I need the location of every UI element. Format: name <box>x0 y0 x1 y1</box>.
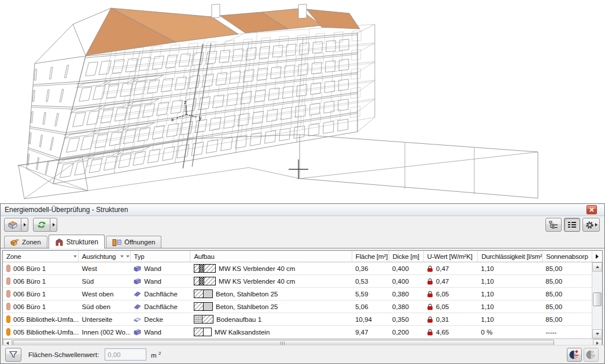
close-button[interactable] <box>586 205 597 214</box>
zone-color-chip <box>6 265 10 272</box>
lock-icon <box>427 303 433 310</box>
update-model-dropdown[interactable] <box>50 218 57 232</box>
table-row[interactable]: 006 Büro 1 Süd oben Dachfläche Beton, St… <box>3 300 592 313</box>
lock-icon <box>427 278 433 285</box>
palette-title: Energiemodell-Überprüfung - Strukturen <box>5 206 128 214</box>
palette-footer: Flächen-Schwellenwert: m 2 <box>1 345 604 363</box>
vertical-scroll-track[interactable] <box>592 272 602 329</box>
table-row[interactable]: 006 Büro 1 West oben Dachfläche Beton, S… <box>3 288 592 300</box>
tab-label: Strukturen <box>67 238 98 246</box>
composite-swatch-boden <box>194 315 213 324</box>
composite-swatch-beton <box>194 302 213 311</box>
column-header-aufbau[interactable]: Aufbau <box>190 251 352 262</box>
structures-table: Zone Ausrichtung Typ Aufbau Fläche [m²] … <box>2 250 603 346</box>
zone-color-chip <box>6 290 10 298</box>
table-row[interactable]: 005 Bibliothek-Umfa... Unterseite Decke … <box>3 313 592 326</box>
more-columns-icon <box>596 254 599 259</box>
zone-color-chip <box>6 303 10 310</box>
threshold-unit: m 2 <box>151 351 161 359</box>
threshold-input[interactable] <box>105 348 146 361</box>
sort-desc-icon <box>73 255 77 258</box>
column-header-typ[interactable]: Typ <box>131 251 191 262</box>
footer-action-buttons <box>567 348 599 362</box>
palette-tabbar: Zonen Strukturen Öffnungen <box>1 233 604 248</box>
tab-label: Öffnungen <box>124 239 156 246</box>
palette-toolbar <box>1 216 604 233</box>
list-view-button[interactable] <box>564 218 580 232</box>
axis-label-y: y <box>199 115 202 121</box>
more-columns-button[interactable] <box>592 251 602 262</box>
openings-icon <box>112 239 121 246</box>
roof-icon <box>134 291 141 298</box>
update-model-button[interactable] <box>33 218 50 232</box>
dropdown-arrow-icon <box>53 223 55 226</box>
close-icon <box>589 207 594 212</box>
wall-icon <box>134 278 141 285</box>
column-header-zone[interactable]: Zone <box>3 251 79 262</box>
composite-swatch-beton <box>194 289 213 298</box>
table-row[interactable]: 006 Büro 1 West Wand MW KS Verblender 40… <box>3 262 592 275</box>
list-view-icon <box>567 221 577 229</box>
tab-oeffnungen[interactable]: Öffnungen <box>106 236 162 248</box>
3d-model-viewport[interactable]: z x y <box>0 0 605 203</box>
table-row[interactable]: 006 Büro 1 Süd Wand MW KS Verblender 40 … <box>3 275 592 288</box>
crosshair-cursor <box>289 159 308 179</box>
energy-model-review-palette: Energiemodell-Überprüfung - Strukturen <box>0 203 605 364</box>
slab-icon <box>134 316 141 323</box>
tree-view-icon <box>549 221 558 229</box>
scroll-up-button[interactable] <box>592 262 602 272</box>
lock-icon <box>427 329 433 336</box>
show-energy-model-button[interactable] <box>4 218 21 232</box>
filter-funnel-icon <box>9 351 17 358</box>
roof-icon <box>134 303 141 310</box>
tree-view-button[interactable] <box>545 218 562 232</box>
axis-label-x: x <box>171 117 174 122</box>
energy-report-disabled-icon <box>586 350 596 360</box>
lock-icon <box>427 265 433 272</box>
dropdown-arrow-icon <box>24 223 26 226</box>
settings-button[interactable] <box>582 218 600 232</box>
start-energy-evaluation-button[interactable] <box>567 348 582 362</box>
lock-icon <box>427 316 433 323</box>
threshold-label: Flächen-Schwellenwert: <box>28 351 99 358</box>
view-mode-buttons <box>543 218 600 232</box>
column-header-u-wert[interactable]: U-Wert [W/m²K] <box>424 251 478 262</box>
filter-button[interactable] <box>5 348 21 362</box>
composite-swatch-kalksandstein <box>194 328 212 336</box>
composite-swatch-verblender <box>194 277 216 285</box>
scroll-down-button[interactable] <box>592 329 602 339</box>
composite-swatch-verblender <box>194 264 216 273</box>
column-header-durchlaessigkeit[interactable]: Durchlässigkeit [l/sm²] <box>478 251 543 262</box>
tab-zonen[interactable]: Zonen <box>4 236 47 248</box>
wall-icon <box>134 265 141 272</box>
column-header-sonnenabsorption[interactable]: Sonnenabsorp <box>543 251 592 262</box>
tab-strukturen[interactable]: Strukturen <box>49 235 105 248</box>
zones-icon <box>10 239 19 246</box>
column-header-dicke[interactable]: Dicke [m] <box>389 251 424 262</box>
zone-color-chip <box>6 315 10 323</box>
energy-model-cube-icon <box>8 220 18 229</box>
vertical-scroll-thumb[interactable] <box>593 292 602 306</box>
refresh-icon <box>37 220 46 229</box>
sort-desc-icon <box>120 255 124 258</box>
zone-color-chip <box>6 328 10 336</box>
table-rows: 006 Büro 1 West Wand MW KS Verblender 40… <box>3 262 592 339</box>
table-row[interactable]: 005 Bibliothek-Umfa... Innen (002 Wo... … <box>3 326 592 339</box>
energy-report-icon <box>569 350 580 360</box>
zone-color-chip <box>6 277 10 285</box>
table-header-row: Zone Ausrichtung Typ Aufbau Fläche [m²] … <box>3 251 602 262</box>
axis-label-z: z <box>184 99 187 105</box>
vertical-scrollbar[interactable] <box>592 262 602 339</box>
wireframe-building-model: z x y <box>0 0 605 203</box>
column-header-ausrichtung[interactable]: Ausrichtung <box>79 251 131 262</box>
tab-label: Zonen <box>22 239 41 246</box>
scroll-up-icon <box>596 266 599 268</box>
gear-icon <box>585 221 594 229</box>
column-header-flaeche[interactable]: Fläche [m²] <box>352 251 389 262</box>
show-energy-model-dropdown[interactable] <box>21 218 28 232</box>
sort-desc-icon <box>126 255 130 258</box>
structures-icon <box>55 238 64 246</box>
palette-titlebar: Energiemodell-Überprüfung - Strukturen <box>1 204 604 216</box>
scroll-down-icon <box>596 333 599 335</box>
secondary-report-button <box>584 348 599 362</box>
